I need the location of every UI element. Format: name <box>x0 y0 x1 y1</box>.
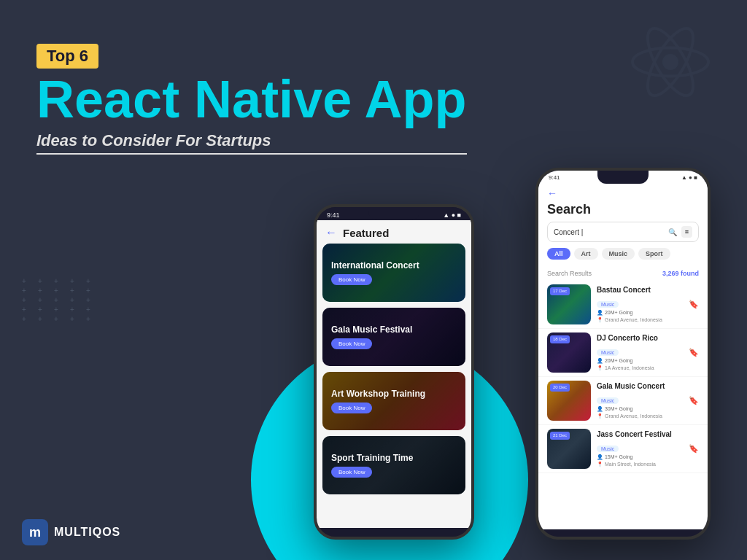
result-name-2: DJ Concerto Rico <box>597 334 683 342</box>
book-btn-art[interactable]: Book Now <box>331 402 372 413</box>
results-label: Search Results <box>547 270 592 277</box>
result-going-1: 👤 20M+ Going <box>597 310 683 316</box>
result-date-3: 20 Dec <box>550 384 570 392</box>
book-btn-sport[interactable]: Book Now <box>331 467 372 478</box>
phone1-back-arrow[interactable]: ← <box>325 226 337 239</box>
filter-chips: All Art Music Sport <box>547 248 699 260</box>
result-location-3: 📍 Grand Avenue, Indonesia <box>597 413 683 419</box>
phone1-mockup: 9:41 ▲ ● ■ ← Featured International Conc… <box>314 204 474 540</box>
results-count: 3,269 found <box>662 270 699 277</box>
result-info-3: Gala Music Concert Music 👤 30M+ Going 📍 … <box>597 382 683 419</box>
result-card-2[interactable]: 18 Dec DJ Concerto Rico Music 👤 20M+ Goi… <box>538 329 708 377</box>
result-date-1: 17 Dec <box>550 287 570 295</box>
event-card-overlay-sport: Sport Training Time Book Now <box>322 436 465 494</box>
subtitle: Ideas to Consider For Startups <box>36 131 467 155</box>
event-card-overlay-concert: International Concert Book Now <box>322 244 465 302</box>
chip-music[interactable]: Music <box>602 248 635 260</box>
results-header: Search Results 3,269 found <box>538 270 708 277</box>
phone1-notch <box>368 207 419 220</box>
result-info-2: DJ Concerto Rico Music 👤 20M+ Going 📍 1A… <box>597 334 683 371</box>
bookmark-icon-3[interactable]: 🔖 <box>689 396 699 405</box>
result-img-1: 17 Dec <box>547 284 591 324</box>
event-card-concert[interactable]: International Concert Book Now <box>322 244 465 302</box>
result-card-4[interactable]: 21 Dec Jass Concert Festival Music 👤 15M… <box>538 425 708 473</box>
filter-icon[interactable]: ≡ <box>681 226 692 238</box>
phone2-screen: ← Search Concert | 🔍 ≡ All Art Music Spo… <box>538 182 708 529</box>
result-tag-1: Music <box>597 301 619 308</box>
svg-text:m: m <box>29 525 41 540</box>
result-img-3: 20 Dec <box>547 381 591 421</box>
phone1-icons: ▲ ● ■ <box>443 211 461 219</box>
event-card-overlay-music: Gala Music Festival Book Now <box>322 308 465 366</box>
result-info-4: Jass Concert Festival Music 👤 15M+ Going… <box>597 430 683 467</box>
chip-sport[interactable]: Sport <box>638 248 670 260</box>
result-tag-3: Music <box>597 397 619 404</box>
phone1-screen-title: Featured <box>343 227 389 239</box>
phone2-back-arrow[interactable]: ← <box>547 187 557 199</box>
result-tag-2: Music <box>597 349 619 356</box>
result-going-4: 👤 15M+ Going <box>597 454 683 460</box>
result-location-1: 📍 Grand Avenue, Indonesia <box>597 317 683 323</box>
result-card-1[interactable]: 17 Dec Bastau Concert Music 👤 20M+ Going… <box>538 281 708 329</box>
logo-area: m MULTIQOS <box>22 519 120 545</box>
event-card-music[interactable]: Gala Music Festival Book Now <box>322 308 465 366</box>
result-name-3: Gala Music Concert <box>597 382 683 390</box>
search-bar[interactable]: Concert | 🔍 ≡ <box>547 222 699 242</box>
result-img-4: 21 Dec <box>547 429 591 469</box>
book-btn-music[interactable]: Book Now <box>331 338 372 349</box>
react-logo <box>623 15 718 109</box>
result-date-2: 18 Dec <box>550 335 570 343</box>
result-img-2: 18 Dec <box>547 332 591 373</box>
main-title: React Native App <box>36 73 467 125</box>
top6-badge: Top 6 <box>36 44 98 69</box>
book-btn-concert[interactable]: Book Now <box>331 274 372 285</box>
search-input[interactable]: Concert | <box>554 228 664 236</box>
result-name-4: Jass Concert Festival <box>597 430 683 438</box>
multiqos-logo-icon: m <box>22 519 48 545</box>
event-card-art[interactable]: Art Workshop Training Book Now <box>322 372 465 430</box>
phone2-header: ← Search Concert | 🔍 ≡ All Art Music Spo… <box>538 182 708 270</box>
result-going-2: 👤 20M+ Going <box>597 358 683 364</box>
event-card-title-music: Gala Music Festival <box>331 324 457 335</box>
phone1-screen: ← Featured International Concert Book No… <box>317 220 471 528</box>
bookmark-icon-1[interactable]: 🔖 <box>689 300 699 309</box>
bookmark-icon-2[interactable]: 🔖 <box>689 348 699 357</box>
phone2-mockup: 9:41 ▲ ● ■ ← Search Concert | 🔍 ≡ All Ar… <box>535 168 711 540</box>
phone1-header: ← Featured <box>317 220 471 244</box>
header-area: Top 6 React Native App Ideas to Consider… <box>36 44 467 155</box>
result-card-3[interactable]: 20 Dec Gala Music Concert Music 👤 30M+ G… <box>538 377 708 425</box>
result-date-4: 21 Dec <box>550 432 570 440</box>
result-name-1: Bastau Concert <box>597 286 683 294</box>
search-icon[interactable]: 🔍 <box>668 228 677 236</box>
chip-all[interactable]: All <box>547 248 570 260</box>
logo-text: MULTIQOS <box>54 526 120 539</box>
event-card-sport[interactable]: Sport Training Time Book Now <box>322 436 465 494</box>
result-going-3: 👤 30M+ Going <box>597 406 683 412</box>
event-card-title-concert: International Concert <box>331 260 457 271</box>
background-dots: +++++ +++++ +++++ +++++ +++++ <box>22 277 96 319</box>
result-location-2: 📍 1A Avenue, Indonesia <box>597 365 683 371</box>
phone2-icons: ▲ ● ■ <box>681 174 697 181</box>
event-card-overlay-art: Art Workshop Training Book Now <box>322 372 465 430</box>
phone2-time: 9:41 <box>549 174 560 181</box>
event-card-title-sport: Sport Training Time <box>331 453 457 463</box>
phone2-screen-title: Search <box>547 202 699 217</box>
chip-art[interactable]: Art <box>574 248 598 260</box>
svg-point-0 <box>663 55 678 70</box>
result-tag-4: Music <box>597 446 619 452</box>
phone1-time: 9:41 <box>327 211 340 219</box>
phone2-notch <box>597 171 649 184</box>
result-location-4: 📍 Main Street, Indonesia <box>597 462 683 467</box>
result-info-1: Bastau Concert Music 👤 20M+ Going 📍 Gran… <box>597 286 683 323</box>
event-card-title-art: Art Workshop Training <box>331 389 457 399</box>
bookmark-icon-4[interactable]: 🔖 <box>689 444 699 454</box>
